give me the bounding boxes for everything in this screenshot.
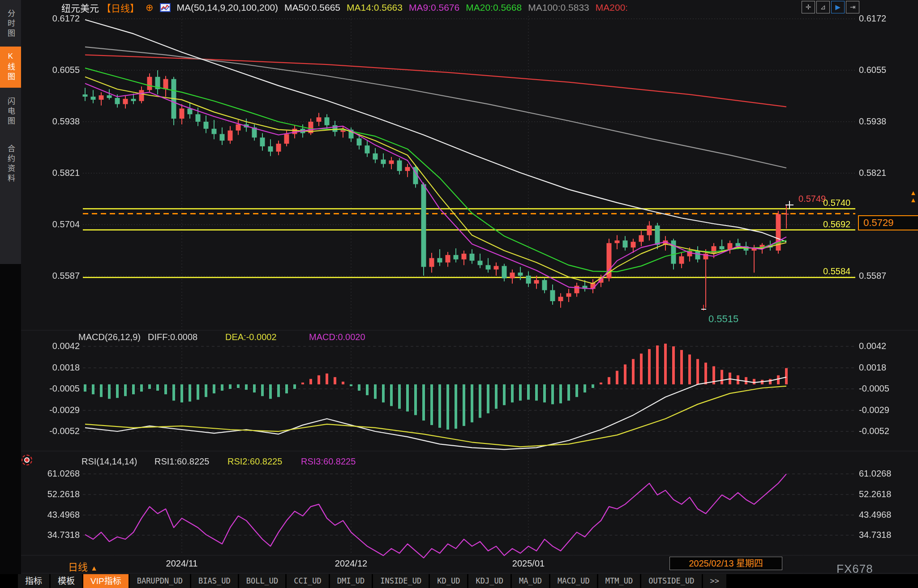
crosshair-icon	[789, 201, 790, 209]
price-axis-label: 0.5587	[859, 271, 886, 281]
shift-right-icon[interactable]: ⇥	[846, 1, 859, 13]
macd-axis-label: -0.0029	[27, 405, 80, 415]
ma50-value: MA50:0.5665	[284, 2, 340, 13]
rsi-axis-label: 34.7318	[859, 530, 891, 540]
macd-diff-value: DIFF:0.0008	[148, 332, 197, 342]
ma200-value: MA200:	[596, 2, 628, 13]
price-axis-label: 0.6055	[859, 65, 886, 75]
price-alert-arrow-icon: ▲	[910, 190, 917, 196]
rsi-axis-label: 43.4968	[27, 510, 80, 520]
price-axis-label: 0.5587	[27, 271, 80, 281]
tab-mtm-ud[interactable]: MTM_UD	[598, 574, 640, 588]
resistance-level-label: 0.5740	[823, 198, 850, 208]
rsi-axis-label: 61.0268	[27, 469, 80, 479]
compare-add-icon[interactable]: ⊕	[146, 2, 154, 13]
price-chart-canvas[interactable]	[0, 0, 918, 588]
month-axis-label: 2024/11	[166, 558, 198, 569]
sidebar-item-contract-info[interactable]: 合约资料	[0, 138, 21, 191]
support-level-label: 0.5584	[823, 266, 850, 277]
tab-dmi-ud[interactable]: DMI_UD	[330, 574, 372, 588]
ma14-value: MA14:0.5663	[347, 2, 403, 13]
fx-chart-app: 分时图 K线图 闪电图 合约资料 纽元美元 【日线】 ⊕ MA(50,14,9,…	[0, 0, 918, 588]
price-axis-label: 0.6172	[859, 13, 886, 24]
chart-header: 纽元美元 【日线】 ⊕ MA(50,14,9,20,100,200) MA50:…	[61, 1, 628, 14]
month-axis-label: 2025/01	[512, 558, 545, 569]
rsi-title: RSI(14,14,14)	[82, 456, 137, 467]
chart-type-sidebar: 分时图 K线图 闪电图 合约资料	[0, 0, 21, 264]
low-price-marker-label: 0.5515	[708, 313, 738, 325]
price-alert-arrow-icon: ▲	[910, 197, 917, 203]
auto-scroll-icon[interactable]: ▶	[831, 1, 845, 13]
tab-vip-indicator[interactable]: VIP指标	[83, 574, 129, 588]
macd-axis-label: 0.0018	[27, 362, 80, 373]
sidebar-filler	[0, 264, 21, 588]
tab-ma-ud[interactable]: MA_UD	[512, 574, 549, 588]
tab-macd-ud[interactable]: MACD_UD	[550, 574, 597, 588]
tab-kdj-ud[interactable]: KDJ_UD	[468, 574, 510, 588]
macd-axis-label: -0.0052	[27, 426, 80, 436]
tab-bias-ud[interactable]: BIAS_UD	[191, 574, 238, 588]
price-axis-label: 0.5821	[859, 168, 886, 178]
month-axis-label: 2024/12	[335, 558, 367, 569]
period-tag[interactable]: 【日线】	[102, 1, 139, 14]
rsi-axis-label: 43.4968	[859, 510, 891, 520]
current-date-box: 2025/02/13 星期四	[669, 557, 782, 570]
rsi2-value: RSI2:60.8225	[227, 456, 282, 467]
rsi-axis-label: 34.7318	[27, 530, 80, 540]
macd-axis-label: -0.0052	[859, 426, 889, 436]
rsi-axis-label: 61.0268	[859, 469, 891, 479]
sidebar-item-kline-chart[interactable]: K线图	[0, 47, 21, 88]
price-axis-label: 0.5704	[27, 219, 80, 230]
ma20-value: MA20:0.5668	[466, 2, 522, 13]
tab-cci-ud[interactable]: CCI_UD	[287, 574, 328, 588]
tab-template[interactable]: 模板	[51, 574, 82, 588]
macd-dea-value: DEA:-0.0002	[225, 332, 277, 342]
tab-boll-ud[interactable]: BOLL_UD	[239, 574, 286, 588]
sidebar-item-time-chart[interactable]: 分时图	[0, 4, 21, 45]
low-marker-icon	[703, 305, 704, 311]
macd-axis-label: 0.0042	[27, 341, 80, 351]
macd-title: MACD(26,12,9)	[78, 332, 141, 342]
macd-value: MACD:0.0020	[309, 332, 365, 342]
ma100-value: MA100:0.5833	[528, 2, 589, 13]
tab-outside-ud[interactable]: OUTSIDE_UD	[641, 574, 701, 588]
high-price-marker-label: 0.5749	[798, 194, 826, 204]
tab-kd-ud[interactable]: KD_UD	[430, 574, 467, 588]
axis-scale-icon[interactable]: ⊿	[816, 1, 830, 13]
current-price-box: 0.5729	[858, 215, 918, 230]
macd-axis-label: -0.0029	[859, 405, 889, 415]
indicator-toolbar: 指标 模板 VIP指标 BARUPDN_UD BIAS_UD BOLL_UD C…	[0, 574, 918, 588]
chart-style-icon[interactable]	[160, 3, 171, 12]
macd-axis-label: -0.0005	[27, 383, 80, 394]
sidebar-item-lightning-chart[interactable]: 闪电图	[0, 91, 21, 132]
tab-inside-ud[interactable]: INSIDE_UD	[373, 574, 429, 588]
rsi3-value: RSI3:60.8225	[301, 456, 356, 467]
rsi-axis-label: 52.2618	[27, 489, 80, 499]
tab-more[interactable]: >>	[703, 574, 726, 588]
alert-indicator-icon[interactable]	[21, 455, 32, 465]
tab-barupdn-ud[interactable]: BARUPDN_UD	[130, 574, 190, 588]
price-axis-label: 0.5938	[27, 116, 80, 127]
resistance-level-label: 0.5692	[823, 219, 850, 230]
macd-axis-label: 0.0042	[859, 341, 886, 351]
tab-indicator[interactable]: 指标	[18, 574, 49, 588]
chevron-up-icon: ▲	[90, 564, 98, 572]
period-selector[interactable]: 日线 ▲	[68, 559, 98, 573]
ma-settings-label: MA(50,14,9,20,100,200)	[177, 2, 279, 13]
price-axis-label: 0.5821	[27, 168, 80, 178]
rsi1-value: RSI1:60.8225	[154, 456, 209, 467]
crosshair-tool-icon[interactable]: ✛	[802, 1, 815, 13]
price-axis-label: 0.6172	[27, 13, 80, 24]
macd-axis-label: 0.0018	[859, 362, 886, 373]
macd-axis-label: -0.0005	[859, 383, 889, 394]
price-axis-label: 0.6055	[27, 65, 80, 75]
ma9-value: MA9:0.5676	[409, 2, 459, 13]
chart-tool-icons: ✛ ⊿ ▶ ⇥	[802, 1, 859, 13]
symbol-title: 纽元美元	[61, 1, 99, 14]
low-marker-icon	[701, 309, 706, 310]
rsi-axis-label: 52.2618	[859, 489, 891, 499]
price-axis-label: 0.5938	[859, 116, 886, 127]
